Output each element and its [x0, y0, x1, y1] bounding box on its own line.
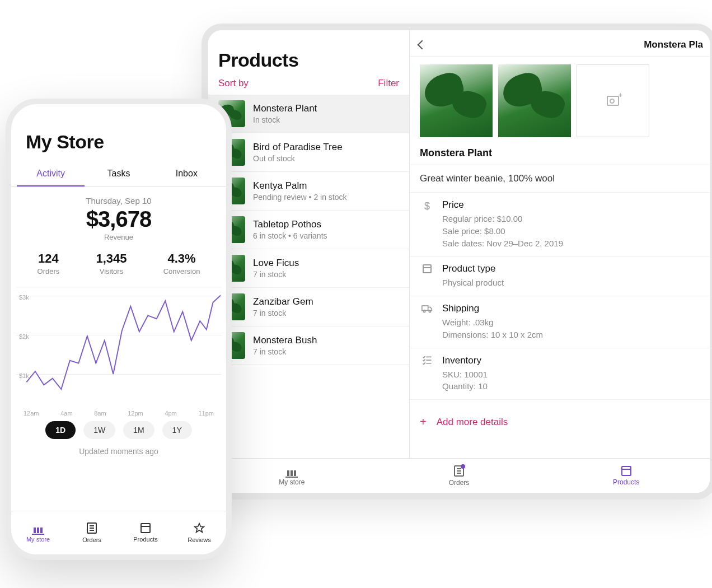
product-status: In stock: [253, 115, 317, 124]
product-status: 7 in stock: [253, 347, 317, 356]
nav-my-store[interactable]: My store: [208, 459, 376, 493]
stat-orders[interactable]: 124 Orders: [38, 251, 60, 276]
revenue-value: $3,678: [11, 207, 226, 232]
product-item[interactable]: Monstera Bush 7 in stock: [208, 326, 409, 365]
filter-button[interactable]: Filter: [378, 78, 399, 89]
phone-bottom-nav: My store Orders Products Reviews: [11, 511, 226, 554]
add-more-details-button[interactable]: + Add more details: [410, 405, 710, 428]
back-icon[interactable]: [418, 40, 427, 50]
phone-device: My Store Activity Tasks Inbox Thursday, …: [6, 99, 232, 560]
tablet-bottom-nav: My store Orders Products: [208, 458, 710, 493]
price-section[interactable]: $ Price Regular price: $10.00 Sale price…: [410, 193, 710, 256]
nav-orders[interactable]: Orders: [376, 459, 543, 493]
product-detail-pane: Monstera Pla Monstera Plant Great winter…: [410, 30, 710, 458]
date-label: Thursday, Sep 10: [11, 196, 226, 206]
tab-activity[interactable]: Activity: [17, 163, 85, 186]
detail-description[interactable]: Great winter beanie, 100% wool: [410, 165, 710, 193]
truck-icon: [420, 303, 434, 341]
range-1w[interactable]: 1W: [83, 421, 115, 439]
shipping-section[interactable]: Shipping Weight: .03kg Dimensions: 10 x …: [410, 296, 710, 348]
dollar-icon: $: [420, 199, 434, 249]
updated-label: Updated moments ago: [11, 447, 226, 456]
type-title: Product type: [442, 263, 700, 274]
nav-products[interactable]: Products: [542, 459, 710, 493]
x-tick: 12am: [24, 410, 39, 417]
nav-label: Products: [613, 478, 639, 486]
note-icon: [87, 522, 97, 534]
product-image[interactable]: [420, 64, 493, 137]
product-type-section[interactable]: Product type Physical product: [410, 256, 710, 296]
product-image[interactable]: [498, 64, 571, 137]
range-1m[interactable]: 1M: [123, 421, 154, 439]
nav-label: Reviews: [188, 536, 211, 543]
stat-value: 1,345: [96, 251, 127, 266]
svg-point-2: [429, 310, 430, 312]
x-axis: 12am 4am 8am 12pm 4pm 11pm: [16, 410, 222, 417]
products-pane: Products Sort by Filter Monstera Plant I…: [208, 30, 410, 458]
range-1d[interactable]: 1D: [45, 421, 76, 439]
nav-label: My store: [26, 536, 50, 543]
product-item[interactable]: Love Ficus 7 in stock: [208, 249, 409, 288]
stat-label: Orders: [38, 267, 60, 276]
product-status: Pending review • 2 in stock: [253, 193, 347, 202]
product-item[interactable]: Kentya Palm Pending review • 2 in stock: [208, 172, 409, 211]
revenue-chart[interactable]: $3k $2k $1k 12am 4am 8am 12pm 4pm 11pm: [16, 287, 222, 417]
inventory-qty: Quantity: 10: [442, 380, 700, 393]
price-title: Price: [442, 199, 700, 211]
nav-reviews[interactable]: Reviews: [172, 511, 226, 554]
store-title: My Store: [11, 111, 226, 163]
nav-label: My store: [279, 478, 305, 486]
type-value: Physical product: [442, 277, 700, 289]
star-icon: [194, 522, 205, 534]
tab-tasks[interactable]: Tasks: [85, 163, 152, 186]
products-title: Products: [208, 30, 409, 78]
product-name: Monstera Bush: [253, 335, 317, 346]
add-more-label: Add more details: [437, 417, 508, 428]
stat-visitors[interactable]: 1,345 Visitors: [96, 251, 127, 276]
inventory-sku: SKU: 10001: [442, 368, 700, 381]
nav-products[interactable]: Products: [119, 511, 172, 554]
tablet-device: Products Sort by Filter Monstera Plant I…: [202, 24, 712, 500]
stat-label: Conversion: [163, 267, 200, 276]
plus-icon: +: [420, 416, 427, 428]
stat-conversion[interactable]: 4.3% Conversion: [163, 251, 200, 276]
product-status: Out of stock: [253, 154, 343, 163]
inventory-section[interactable]: Inventory SKU: 10001 Quantity: 10: [410, 348, 710, 400]
x-tick: 8am: [94, 410, 106, 417]
nav-orders[interactable]: Orders: [65, 511, 119, 554]
svg-rect-0: [422, 306, 428, 310]
box-icon: [420, 263, 434, 289]
revenue-label: Revenue: [11, 233, 226, 241]
stat-value: 4.3%: [163, 251, 200, 266]
product-item[interactable]: Monstera Plant In stock: [208, 95, 409, 133]
add-image-button[interactable]: [577, 64, 649, 137]
price-dates: Sale dates: Nov 29–Dec 2, 2019: [442, 237, 700, 250]
product-status: 6 in stock • 6 variants: [253, 231, 327, 240]
nav-label: Products: [133, 536, 157, 543]
chart-line: [16, 287, 222, 401]
stats-row: 124 Orders 1,345 Visitors 4.3% Conversio…: [19, 251, 218, 276]
detail-header-title: Monstera Pla: [644, 39, 703, 50]
tab-inbox[interactable]: Inbox: [153, 163, 221, 186]
note-icon: [454, 465, 464, 477]
svg-point-1: [423, 310, 425, 312]
sort-by-button[interactable]: Sort by: [218, 78, 249, 89]
product-status: 7 in stock: [253, 309, 313, 318]
shipping-title: Shipping: [442, 303, 700, 314]
shipping-weight: Weight: .03kg: [442, 316, 700, 329]
x-tick: 4am: [60, 410, 72, 417]
x-tick: 12pm: [128, 410, 143, 417]
nav-label: Orders: [82, 536, 101, 543]
nav-my-store[interactable]: My store: [11, 511, 65, 554]
x-tick: 11pm: [198, 410, 214, 417]
product-item[interactable]: Zanzibar Gem 7 in stock: [208, 288, 409, 326]
product-name: Love Ficus: [253, 258, 299, 269]
product-item[interactable]: Tabletop Pothos 6 in stock • 6 variants: [208, 211, 409, 249]
add-image-icon: [607, 96, 619, 106]
stat-value: 124: [38, 251, 60, 266]
tabs: Activity Tasks Inbox: [11, 163, 226, 187]
x-tick: 4pm: [165, 410, 176, 417]
product-list: Monstera Plant In stock Bird of Paradise…: [208, 95, 409, 458]
range-1y[interactable]: 1Y: [162, 421, 192, 439]
product-item[interactable]: Bird of Paradise Tree Out of stock: [208, 133, 409, 172]
